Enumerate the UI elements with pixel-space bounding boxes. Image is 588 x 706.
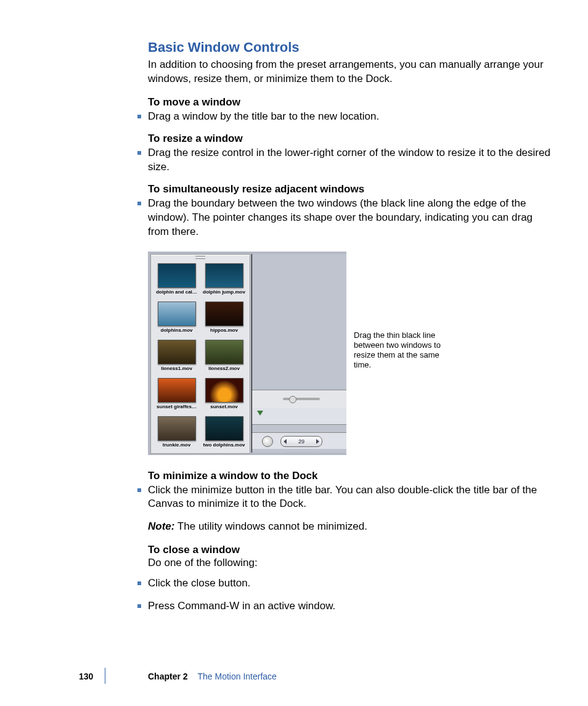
thumbnail-image [158,378,196,403]
thumbnail-cell: lioness1.mov [155,340,198,376]
bullet-minimize: Click the minimize button in the title b… [148,483,553,512]
thumbnail-label: trunkie.mov [155,442,198,448]
playhead-marker-icon [257,411,263,416]
thumbnail-label: two dolphins.mov [203,442,246,448]
thumbnail-cell: dolphin jump.mov [202,263,246,299]
thumbnail-image [158,416,196,441]
thumbnail-cell: two dolphins.mov [202,416,246,452]
thumbnail-label: sunset giraffes… [155,404,198,409]
thumbnail-image [158,340,196,364]
thumbnail-cell: lioness2.mov [202,340,246,376]
intro-paragraph: In addition to choosing from the preset … [148,58,553,86]
bullet-close-2: Press Command-W in an active window. [148,599,553,614]
page-number: 130 [79,671,93,681]
thumbnail-cell: dolphin and cal… [155,263,198,299]
thumbnail-cell: hippos.mov [202,302,246,337]
section-heading: Basic Window Controls [148,39,553,55]
bullet-resize: Drag the resize control in the lower-rig… [148,146,553,174]
subhead-move: To move a window [148,96,553,109]
thumbnail-image [205,263,243,288]
subhead-close: To close a window [148,544,553,556]
thumbnail-label: lioness2.mov [203,366,246,371]
thumbnail-cell: sunset giraffes… [155,378,198,414]
subhead-simultaneous-resize: To simultaneously resize adjacent window… [148,183,553,195]
thumbnail-cell: dolphins.mov [155,302,198,337]
subhead-minimize: To minimize a window to the Dock [148,470,553,482]
close-lead: Do one of the following: [148,556,553,570]
chapter-title: The Motion Interface [197,671,276,681]
thumbnail-label: dolphin and cal… [155,289,198,295]
thumbnail-image [205,302,243,326]
figure-callout: Drag the thin black line between two win… [354,330,452,371]
thumbnail-label: sunset.mov [203,404,246,409]
drag-handle-icon [195,256,205,259]
note-minimize: Note: The utility windows cannot be mini… [148,520,553,534]
thumbnail-image [158,263,196,288]
zoom-slider [283,398,320,400]
footer-chapter: Chapter 2 The Motion Interface [148,671,277,681]
thumbnail-label: dolphins.mov [155,327,198,333]
thumbnail-label: dolphin jump.mov [203,289,246,295]
timeline-track [252,408,346,425]
screenshot-figure: dolphin and cal…dolphin jump.movdolphins… [148,252,346,455]
thumbnail-cell: sunset.mov [202,378,246,414]
timeline-pane: 29 [251,254,346,453]
thumbnail-image [205,340,243,364]
chapter-label: Chapter 2 [148,671,188,681]
footer-rule [105,668,105,684]
note-label: Note: [148,520,174,532]
subhead-resize: To resize a window [148,133,553,145]
thumbnail-grid: dolphin and cal…dolphin jump.movdolphins… [155,263,246,449]
frame-counter: 29 [280,436,322,447]
thumbnail-cell: trunkie.mov [155,416,198,452]
thumbnail-image [158,302,196,326]
thumbnail-image [205,378,243,403]
timeline-ruler [252,390,346,409]
file-browser-pane: dolphin and cal…dolphin jump.movdolphins… [150,254,250,454]
thumbnail-image [205,416,243,441]
page-footer: 130 Chapter 2 The Motion Interface [0,664,588,681]
bullet-move: Drag a window by the title bar to the ne… [148,110,553,124]
jog-wheel-icon [262,436,273,447]
timeline-transport: 29 [252,432,346,449]
bullet-close-1: Click the close button. [148,577,553,591]
thumbnail-label: lioness1.mov [155,366,198,371]
note-body: The utility windows cannot be minimized. [174,520,367,532]
thumbnail-label: hippos.mov [203,327,246,333]
bullet-simultaneous-resize: Drag the boundary between the two window… [148,197,553,239]
figure-area: dolphin and cal…dolphin jump.movdolphins… [148,252,553,455]
